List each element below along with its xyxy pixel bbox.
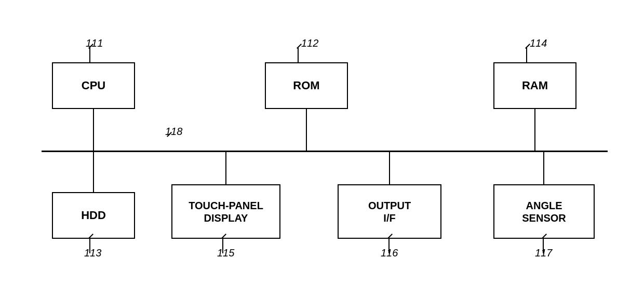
tick-113 (89, 239, 90, 253)
hdd-box: HDD (52, 192, 135, 239)
block-diagram: 118 CPU 111 ROM 112 RAM 114 HDD 113 TOUC… (0, 0, 644, 299)
vline-cpu (93, 109, 94, 152)
vline-touch (225, 152, 226, 184)
ram-box: RAM (493, 62, 576, 109)
hdd-label: HDD (81, 209, 106, 222)
rom-box: ROM (265, 62, 348, 109)
angle-sensor-label: ANGLESENSOR (522, 199, 566, 224)
bus-line (42, 151, 608, 152)
tick-111 (89, 48, 90, 62)
touch-panel-box: TOUCH-PANELDISPLAY (171, 184, 280, 239)
label-115: 115 (217, 247, 234, 259)
vline-ram (534, 109, 535, 152)
vline-hdd (93, 152, 94, 192)
rom-label: ROM (293, 79, 319, 92)
label-113: 113 (84, 247, 101, 259)
ram-label: RAM (522, 79, 548, 92)
vline-angle (543, 152, 544, 184)
tick-112 (298, 48, 299, 62)
cpu-box: CPU (52, 62, 135, 109)
tick-115 (222, 239, 223, 253)
cpu-label: CPU (82, 79, 105, 92)
tick-114 (526, 48, 527, 62)
label-112: 112 (301, 37, 318, 49)
vline-output (389, 152, 390, 184)
touch-panel-label: TOUCH-PANELDISPLAY (189, 199, 263, 224)
angle-sensor-box: ANGLESENSOR (493, 184, 595, 239)
output-if-label: OUTPUTI/F (368, 199, 411, 224)
vline-rom (306, 109, 307, 152)
tick-116 (388, 239, 390, 253)
tick-117 (543, 239, 544, 253)
output-if-box: OUTPUTI/F (338, 184, 441, 239)
label-114: 114 (530, 37, 547, 49)
